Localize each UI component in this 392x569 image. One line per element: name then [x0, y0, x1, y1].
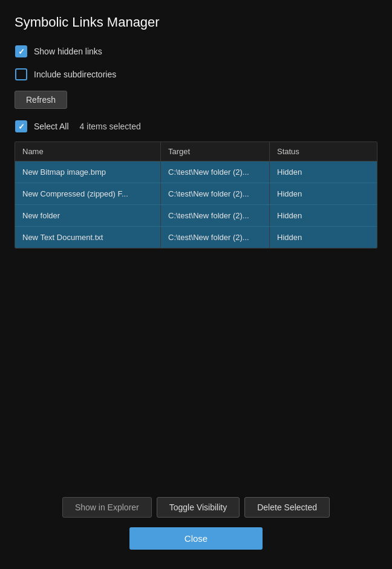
symlinks-table: Name Target Status New Bitmap image.bmp … [15, 141, 377, 249]
select-all-checkbox-wrapper[interactable]: ✓ [15, 120, 28, 133]
table-row[interactable]: New folder C:\test\New folder (2)... Hid… [15, 205, 377, 227]
col-header-target: Target [160, 142, 269, 161]
close-row: Close [15, 527, 377, 554]
row-1-name: New Compressed (zipped) F... [15, 183, 160, 204]
show-hidden-links-checkbox[interactable]: ✓ [15, 45, 27, 57]
table-row[interactable]: New Bitmap image.bmp C:\test\New folder … [15, 161, 377, 183]
table-row[interactable]: New Text Document.txt C:\test\New folder… [15, 227, 377, 248]
select-all-row: ✓ Select All 4 items selected [15, 120, 377, 133]
select-all-checkbox[interactable]: ✓ [15, 120, 27, 132]
row-2-name: New folder [15, 205, 160, 226]
include-subdirs-label: Include subdirectories [34, 70, 116, 79]
row-0-target: C:\test\New folder (2)... [160, 161, 269, 183]
include-subdirs-row: Include subdirectories [15, 68, 377, 81]
row-3-target: C:\test\New folder (2)... [160, 227, 269, 248]
show-hidden-links-checkbox-wrapper[interactable]: ✓ [15, 45, 28, 58]
row-0-status: Hidden [269, 161, 377, 183]
app-title: Symbolic Links Manager [15, 15, 377, 30]
checkmark-icon: ✓ [18, 48, 25, 56]
action-buttons-row: Show in Explorer Toggle Visibility Delet… [15, 492, 377, 518]
show-in-explorer-button[interactable]: Show in Explorer [62, 497, 152, 518]
table-header: Name Target Status [15, 142, 377, 161]
row-2-status: Hidden [269, 205, 377, 226]
app-window: Symbolic Links Manager ✓ Show hidden lin… [0, 0, 392, 569]
row-0-name: New Bitmap image.bmp [15, 161, 160, 183]
row-1-status: Hidden [269, 183, 377, 204]
select-all-checkmark-icon: ✓ [18, 123, 25, 131]
delete-selected-button[interactable]: Delete Selected [244, 497, 330, 518]
table-row[interactable]: New Compressed (zipped) F... C:\test\New… [15, 183, 377, 205]
col-header-name: Name [15, 142, 160, 161]
include-subdirs-checkbox-wrapper[interactable] [15, 68, 28, 81]
toggle-visibility-button[interactable]: Toggle Visibility [157, 497, 240, 518]
include-subdirs-checkbox[interactable] [15, 68, 27, 80]
select-all-label: Select All [34, 122, 69, 131]
refresh-button[interactable]: Refresh [15, 91, 67, 109]
show-hidden-links-label: Show hidden links [34, 47, 102, 56]
col-header-status: Status [269, 142, 377, 161]
close-button[interactable]: Close [129, 527, 263, 550]
row-3-name: New Text Document.txt [15, 227, 160, 248]
row-3-status: Hidden [269, 227, 377, 248]
row-2-target: C:\test\New folder (2)... [160, 205, 269, 226]
show-hidden-links-row: ✓ Show hidden links [15, 45, 377, 58]
row-1-target: C:\test\New folder (2)... [160, 183, 269, 204]
items-selected-text: 4 items selected [80, 122, 141, 131]
